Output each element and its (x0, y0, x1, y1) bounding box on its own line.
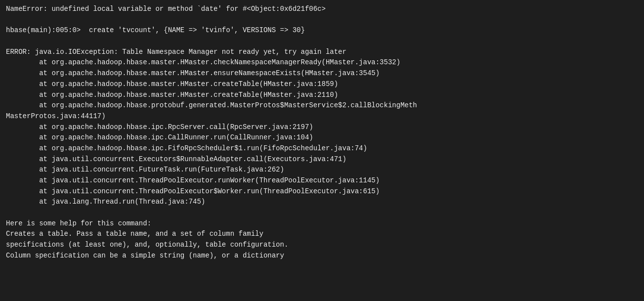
terminal-window: NameError: undefined local variable or m… (0, 0, 644, 301)
terminal-content: NameError: undefined local variable or m… (6, 4, 638, 261)
